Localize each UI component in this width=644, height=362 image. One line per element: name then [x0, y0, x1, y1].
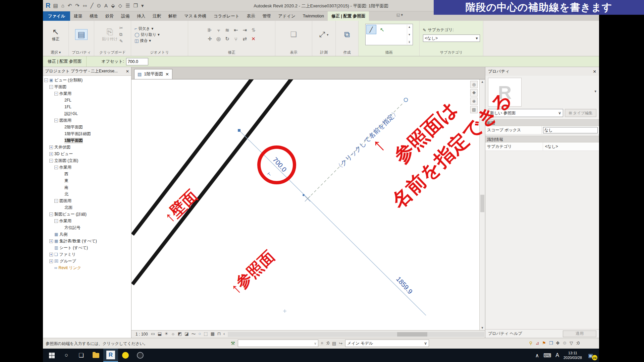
tree-item[interactable]: 南 [43, 184, 131, 191]
tree-item[interactable]: + 天井伏図 [43, 144, 131, 150]
qat-icon[interactable]: ⌂ [61, 3, 64, 8]
edit-type-button[interactable]: ⊞ タイプ編集 [565, 109, 596, 117]
match-type-icon[interactable]: ✎ [119, 39, 123, 44]
ribbon-tab[interactable]: コラボレート [210, 11, 243, 21]
copy-icon[interactable]: ⧉ [119, 32, 123, 37]
view-scale[interactable]: 1 : 100 [136, 332, 148, 337]
tree-item[interactable]: ▥ シート (すべて) [43, 244, 131, 251]
modify-tool-icon[interactable]: ✛ [208, 36, 212, 42]
dimension-1859[interactable]: 1859.9 [395, 275, 414, 295]
tree-item[interactable]: − 立面図 (立面) [43, 157, 131, 164]
view-control-icon[interactable]: 〜 [191, 331, 196, 337]
selection-toggle-icon[interactable]: ⚙ [563, 341, 567, 346]
tree-expander[interactable]: − [54, 166, 58, 169]
view-control-icon[interactable]: ◪ [184, 331, 189, 337]
drawing-canvas[interactable]: 700.0 ⊢ 1859.9 ◎✥⊕▤ ▲ ▼ [131, 79, 485, 330]
selection-toggle-icon[interactable]: ⚲ [529, 341, 533, 346]
qat-icon[interactable]: ☰ [125, 3, 130, 9]
selection-toggle-icon[interactable]: ⚑ [542, 341, 546, 346]
tree-expander[interactable]: − [54, 92, 58, 96]
start-button[interactable] [44, 349, 59, 362]
tree-item[interactable]: 東 [43, 177, 131, 184]
cope-button[interactable]: ⌐ 切欠き ▾ [135, 26, 153, 31]
qat-icon[interactable]: ↷ [75, 3, 79, 9]
wall-line-1[interactable] [132, 79, 253, 235]
scroll-up-icon[interactable]: ▲ [481, 80, 484, 83]
ribbon-tab[interactable]: 表示 [243, 11, 259, 21]
type-selector-dropdown[interactable]: 新しい 参照面 ∨ [488, 109, 563, 117]
modify-tool-icon[interactable]: ≋ [225, 27, 229, 33]
vertical-scrollbar[interactable]: ▲ ▼ [479, 79, 485, 330]
ribbon-tab[interactable]: マス & 外構 [180, 11, 210, 21]
properties-button[interactable]: ▤ [75, 29, 88, 40]
tree-expander[interactable]: − [54, 219, 58, 223]
ribbon-tab[interactable]: 注釈 [149, 11, 165, 21]
tree-expander[interactable]: − [44, 78, 48, 82]
ribbon-tab[interactable]: ファイル [43, 11, 70, 21]
scope-box-input[interactable] [543, 127, 598, 133]
modify-tool-icon[interactable]: ⇥ [243, 27, 247, 33]
revit-logo-icon[interactable]: R [46, 2, 50, 9]
subcategory-value[interactable]: <なし> [543, 144, 560, 149]
editable-only-icon[interactable]: ⌗ [321, 341, 323, 346]
tree-item[interactable]: − 作業用 [43, 164, 131, 171]
tree-item[interactable]: − ▣ ビュー (分類順) [43, 77, 131, 83]
tree-expander[interactable]: + [49, 145, 53, 149]
modify-tool-icon[interactable]: ⊪ [208, 27, 212, 33]
tree-item[interactable]: ∞ Revit リンク [43, 264, 131, 271]
modify-button[interactable]: ↖ 修正 [52, 28, 60, 42]
tree-item[interactable]: ▦ 凡例 [43, 231, 131, 238]
view-panel-icon[interactable]: ❑ [290, 30, 297, 39]
tree-item[interactable]: + 3D ビュー [43, 150, 131, 157]
qat-icon[interactable]: ▤ [53, 3, 58, 9]
subcategory-dropdown[interactable]: <なし> ▾ [423, 35, 480, 42]
tree-expander[interactable]: − [54, 199, 58, 203]
view-control-icon[interactable]: ☀ [164, 331, 168, 337]
nav-tool-icon[interactable]: ▤ [470, 106, 478, 113]
create-icon[interactable]: ⧉ [344, 30, 350, 39]
selection-toggle-icon[interactable]: ⊿ [535, 341, 539, 346]
tree-item[interactable]: + ▦ 集計表/数量 (すべて) [43, 238, 131, 244]
tree-expander[interactable]: + [49, 152, 53, 156]
draw-line-tool[interactable]: ╱ [366, 25, 376, 34]
reference-plane-line[interactable] [239, 130, 426, 315]
view-tab[interactable]: ▤ 1階平面図 ✕ [134, 69, 172, 79]
offset-input[interactable] [126, 58, 148, 65]
view-control-icon[interactable]: ◩ [178, 331, 182, 337]
obs-button[interactable] [133, 349, 148, 362]
properties-help-link[interactable]: プロパティ ヘルプ [488, 331, 522, 337]
tree-item[interactable]: + ❑ ファミリ [43, 251, 131, 258]
qat-icon[interactable]: ⬙ [111, 3, 115, 9]
tree-item[interactable]: 方位記号 [43, 224, 131, 231]
ribbon-tab[interactable]: 解析 [165, 11, 180, 21]
task-view-button[interactable]: ❏ [74, 349, 89, 362]
tree-item[interactable]: 1階平面図 [43, 137, 131, 144]
ribbon-tab[interactable]: アドイン [275, 11, 299, 21]
tree-item[interactable]: 2階平面図 [43, 124, 131, 130]
view-control-icon[interactable]: ⬚ [204, 331, 208, 337]
nav-tool-icon[interactable]: ✥ [470, 89, 478, 97]
view-control-icon[interactable]: ⬓ [158, 331, 162, 337]
tree-item[interactable]: − 作業用 [43, 90, 131, 97]
ribbon-tab[interactable]: 管理 [259, 11, 275, 21]
chevron-down-icon[interactable]: ▾ [327, 33, 328, 37]
view-control-icon[interactable]: ‹ [223, 331, 225, 337]
design-option-dropdown[interactable]: メイン モデル ∨ [345, 340, 429, 347]
tree-item[interactable]: − 平面図 [43, 83, 131, 90]
view-control-icon[interactable]: ☼ [171, 331, 175, 337]
tree-expander[interactable]: − [54, 119, 58, 122]
tree-expander[interactable]: − [49, 85, 53, 89]
chevron-down-icon[interactable]: ▾ [594, 78, 596, 94]
ime-mode[interactable]: A [555, 352, 559, 358]
ribbon-tab[interactable]: 挿入 [133, 11, 149, 21]
join-button[interactable]: ◫ 接合 ▾ [135, 38, 151, 43]
exclude-options-icon[interactable]: ↪ [339, 341, 342, 346]
ribbon-toggle[interactable]: ◱ ▾ [396, 13, 403, 17]
qat-icon[interactable]: ⇿ [83, 3, 87, 9]
notification-button[interactable]: ▣ 24 [586, 352, 595, 359]
view-control-icon[interactable]: ⊓ [217, 331, 221, 337]
qat-icon[interactable]: ╱ [90, 3, 93, 9]
cut-icon[interactable]: ✂ [119, 25, 123, 31]
scroll-thumb[interactable] [480, 195, 484, 212]
ribbon-tab[interactable]: 建築 [70, 11, 86, 21]
